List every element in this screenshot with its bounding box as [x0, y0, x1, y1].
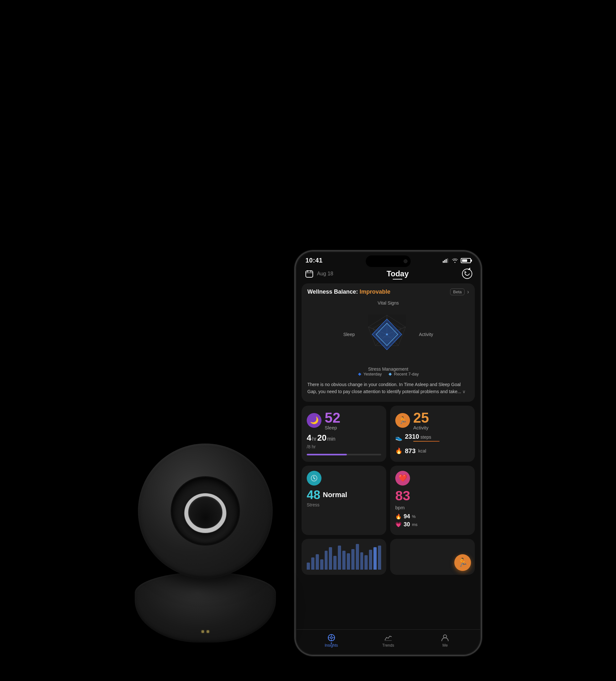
bar-item: [378, 546, 381, 570]
activity-score: 25: [413, 411, 429, 425]
scroll-area[interactable]: Wellness Balance: Improvable Beta › Vita…: [297, 283, 480, 629]
tab-me[interactable]: Me: [417, 633, 473, 648]
battery-icon: [461, 258, 471, 263]
sleep-progress-bar: [307, 454, 381, 455]
hr-value: 83: [395, 488, 410, 504]
svg-rect-0: [443, 261, 444, 263]
bar-chart-card[interactable]: [302, 539, 386, 575]
sleep-label: Sleep: [325, 425, 340, 430]
charging-pin: [202, 630, 204, 633]
legend-item-yesterday: Yesterday: [358, 372, 382, 376]
bar-item: [325, 551, 328, 570]
bar-item: [351, 549, 355, 570]
legend-label-yesterday: Yesterday: [363, 372, 382, 376]
metrics-grid-row2: 48 Normal Stress ❤️ 83: [302, 466, 475, 535]
wellness-card[interactable]: Wellness Balance: Improvable Beta › Vita…: [302, 283, 475, 402]
tab-insights-label: Insights: [325, 643, 338, 648]
wellness-description[interactable]: There is no obvious change in your condi…: [307, 381, 469, 395]
heart-small-icon: 💗: [395, 522, 402, 528]
wellness-header: Wellness Balance: Improvable Beta ›: [307, 288, 469, 295]
sleep-score: 52: [325, 411, 340, 425]
status-time: 10:41: [305, 257, 323, 264]
sleep-score-block: 52 Sleep: [325, 411, 340, 430]
hrv-row: 💗 30 ms: [395, 521, 470, 528]
header-title: Today: [387, 269, 409, 278]
me-icon: [441, 633, 449, 642]
hr-unit: bpm: [395, 505, 405, 510]
wellness-status: Improvable: [360, 288, 390, 295]
sleep-time-row: 4 hr 20 min: [307, 433, 381, 443]
svg-point-22: [330, 637, 332, 639]
bar-item: [338, 546, 341, 570]
mini-bar-chart: [307, 544, 381, 570]
heart-rate-card[interactable]: ❤️ 83 bpm 🔥 94 %: [390, 466, 475, 535]
spo2-row: 🔥 94 %: [395, 513, 470, 520]
wellness-title-text: Wellness Balance:: [307, 288, 360, 295]
refresh-button[interactable]: [462, 269, 472, 279]
bar-item: [311, 557, 314, 569]
sleep-minutes: 20: [317, 433, 327, 443]
tab-trends[interactable]: Trends: [360, 633, 416, 648]
activity-card-header: 🏃 25 Activity: [395, 411, 470, 430]
phone-frame: 10:41: [295, 251, 481, 655]
bar-item: [360, 552, 363, 569]
sleep-card-header: 🌙 52 Sleep: [307, 411, 381, 430]
status-right: [443, 258, 471, 263]
radar-label-activity: Activity: [419, 332, 433, 337]
sleep-hr-unit: hr: [312, 436, 316, 442]
bar-item: [333, 556, 337, 570]
tab-active-indicator: [331, 642, 332, 644]
floating-activity-button[interactable]: 🏃: [454, 554, 471, 571]
trends-icon: [384, 633, 392, 642]
phone-wrapper: 10:41: [295, 251, 481, 655]
spo2-unit: %: [412, 514, 416, 519]
ring-case-inner: [172, 477, 239, 545]
svg-rect-4: [306, 271, 313, 277]
bar-item: [356, 544, 359, 570]
hr-value-row: 83: [395, 488, 470, 504]
bar-item: [369, 550, 372, 570]
svg-marker-20: [388, 373, 392, 376]
radar-chart-container: Vital Signs Sleep: [307, 300, 469, 376]
read-more-button[interactable]: ∨: [462, 389, 465, 394]
calories-unit: kcal: [418, 448, 426, 453]
tab-insights[interactable]: Insights: [303, 633, 360, 648]
insights-icon: [327, 633, 336, 642]
calendar-icon[interactable]: [304, 269, 314, 279]
radar-label-sleep: Sleep: [343, 332, 355, 337]
stress-card[interactable]: 48 Normal Stress: [302, 466, 386, 535]
beta-badge: Beta: [450, 288, 465, 295]
radar-label-vital-signs: Vital Signs: [378, 300, 399, 305]
stress-normal-label: Normal: [323, 491, 347, 499]
wellness-header-right: Beta ›: [450, 288, 469, 295]
sleep-min-unit: min: [327, 436, 336, 442]
ring-case-top: [138, 444, 273, 578]
sleep-card[interactable]: 🌙 52 Sleep 4 hr 20: [302, 406, 386, 462]
stress-icon: [307, 471, 322, 485]
activity-label: Activity: [413, 425, 429, 430]
sleep-detail: 4 hr 20 min /8 hr: [307, 433, 381, 455]
bar-item: [347, 553, 350, 570]
wifi-icon: [452, 258, 458, 263]
radar-middle: Sleep: [343, 309, 433, 360]
activity-icon: 🏃: [395, 413, 410, 428]
status-bar: 10:41: [297, 252, 480, 266]
hr-card-header: ❤️: [395, 471, 470, 485]
svg-rect-3: [447, 258, 448, 263]
app-header: Aug 18 Today: [297, 266, 480, 283]
sleep-hours: 4: [307, 433, 311, 443]
svg-rect-7: [311, 270, 311, 272]
ring-device: [135, 444, 276, 642]
steps-value: 2310: [405, 433, 419, 440]
spo2-value: 94: [404, 513, 410, 520]
wellness-title: Wellness Balance: Improvable: [307, 288, 390, 295]
svg-rect-5: [306, 273, 313, 273]
wellness-chevron-icon[interactable]: ›: [467, 288, 469, 295]
svg-point-18: [386, 333, 388, 335]
bar-item: [342, 551, 345, 570]
tab-bar: Insights Trends Me: [297, 629, 480, 654]
hrv-value: 30: [404, 521, 410, 528]
camera-dot: [404, 259, 407, 263]
tab-trends-label: Trends: [382, 643, 394, 648]
activity-card[interactable]: 🏃 25 Activity 👟: [390, 406, 475, 462]
